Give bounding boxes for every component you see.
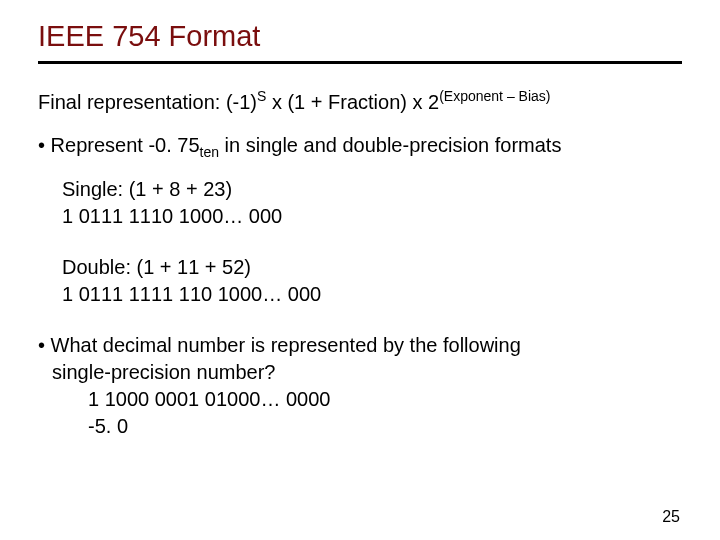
single-bits: 1 0111 1110 1000… 000: [62, 203, 682, 230]
bullet-represent: • Represent -0. 75ten in single and doub…: [38, 134, 682, 160]
bullet1-sub: ten: [200, 144, 219, 160]
repr-mid: x (1 + Fraction) x 2: [266, 91, 439, 113]
double-bits: 1 0111 1111 110 1000… 000: [62, 281, 682, 308]
single-label: Single: (1 + 8 + 23): [62, 176, 682, 203]
q-line2: single-precision number?: [52, 359, 682, 386]
repr-prefix: Final representation: (-1): [38, 91, 257, 113]
double-block: Double: (1 + 11 + 52) 1 0111 1111 110 10…: [62, 254, 682, 308]
slide-title: IEEE 754 Format: [38, 20, 682, 53]
title-rule: [38, 61, 682, 64]
q-line1: • What decimal number is represented by …: [38, 332, 682, 359]
single-block: Single: (1 + 8 + 23) 1 0111 1110 1000… 0…: [62, 176, 682, 230]
bullet1-a: • Represent -0. 75: [38, 134, 200, 156]
repr-sup-s: S: [257, 88, 266, 104]
bullet-question: • What decimal number is represented by …: [38, 332, 682, 440]
q-answer: -5. 0: [88, 413, 682, 440]
double-label: Double: (1 + 11 + 52): [62, 254, 682, 281]
q-bits: 1 1000 0001 01000… 0000: [88, 386, 682, 413]
bullet1-b: in single and double-precision formats: [219, 134, 561, 156]
slide: IEEE 754 Format Final representation: (-…: [0, 0, 720, 440]
repr-sup-exp: (Exponent – Bias): [439, 88, 550, 104]
page-number: 25: [662, 508, 680, 526]
final-representation: Final representation: (-1)S x (1 + Fract…: [38, 88, 682, 114]
